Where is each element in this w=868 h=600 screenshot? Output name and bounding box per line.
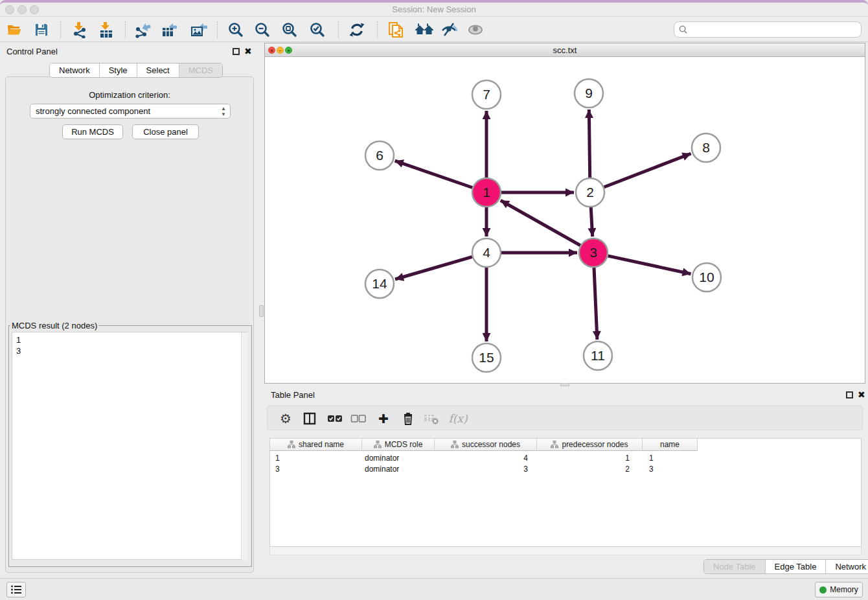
vertical-splitter[interactable] [259, 43, 264, 575]
close-panel-icon[interactable]: ✖ [244, 46, 252, 56]
cell-predecessor-nodes[interactable]: 1 [537, 452, 643, 463]
network-canvas-svg[interactable]: 7968124314101511 [265, 57, 865, 383]
column-header-shared-name[interactable]: shared name [270, 439, 362, 451]
graph-node-4[interactable]: 4 [472, 238, 501, 267]
graph-node-14[interactable]: 14 [365, 270, 394, 298]
graph-edge-3-1[interactable] [501, 200, 580, 245]
cell-mcds-role[interactable]: dominator [362, 463, 435, 474]
automation-panel-button[interactable] [6, 582, 26, 597]
graph-node-7[interactable]: 7 [472, 80, 501, 109]
zoom-fit-button[interactable] [279, 20, 301, 40]
float-table-panel-icon[interactable] [846, 391, 853, 398]
graph-node-2[interactable]: 2 [576, 178, 604, 207]
graph-edge-4-14[interactable] [395, 257, 472, 279]
graph-node-6[interactable]: 6 [365, 141, 394, 170]
cell-successor-nodes[interactable]: 3 [435, 463, 537, 474]
show-all-button[interactable] [464, 20, 486, 40]
graph-edge-2-8[interactable] [604, 154, 691, 187]
cell-name[interactable]: 3 [643, 463, 698, 474]
tab-network[interactable]: Network [50, 63, 100, 77]
column-label: predecessor nodes [562, 440, 628, 449]
graph-node-11[interactable]: 11 [584, 341, 612, 370]
graph-edge-2-9[interactable] [589, 110, 589, 178]
delete-table-icon [424, 412, 439, 425]
zoom-in-button[interactable] [225, 20, 247, 40]
save-session-button[interactable] [30, 20, 52, 40]
cell-predecessor-nodes[interactable]: 2 [537, 463, 643, 474]
memory-button[interactable]: Memory [815, 582, 863, 597]
unselect-all-columns-button[interactable] [348, 409, 369, 428]
first-neighbors-button[interactable] [413, 20, 435, 40]
show-columns-button[interactable] [299, 409, 320, 428]
splitter-grip[interactable] [259, 305, 264, 317]
tab-mcds[interactable]: MCDS [179, 63, 222, 77]
column-type-icon [551, 441, 558, 448]
graph-node-8[interactable]: 8 [692, 133, 720, 162]
new-network-from-selection-button[interactable] [385, 20, 407, 40]
import-table-icon [98, 21, 115, 38]
column-header-mcds-role[interactable]: MCDS role [362, 439, 435, 451]
delete-column-button[interactable] [398, 409, 418, 428]
zoom-selected-button[interactable] [306, 20, 328, 40]
graph-edge-1-6[interactable] [395, 161, 473, 187]
graph-node-3[interactable]: 3 [579, 238, 608, 267]
cytoscape-window: { "window": { "title": "Session: New Ses… [0, 0, 868, 600]
tab-network-table[interactable]: Network Table [826, 560, 868, 573]
graph-node-15[interactable]: 15 [472, 343, 501, 372]
hide-selected-button[interactable] [439, 20, 461, 40]
column-header-predecessor-nodes[interactable]: predecessor nodes [537, 439, 643, 451]
import-network-icon [71, 21, 88, 38]
tab-node-table[interactable]: Node Table [704, 560, 766, 573]
table-settings-button[interactable]: ⚙ [275, 409, 296, 428]
column-header-name[interactable]: name [643, 439, 698, 451]
float-panel-icon[interactable] [233, 48, 240, 55]
graph-node-label: 15 [479, 350, 494, 365]
close-table-panel-icon[interactable]: ✖ [858, 389, 865, 400]
table-horizontal-scrollbar[interactable] [269, 547, 862, 555]
select-all-columns-button[interactable] [325, 409, 345, 428]
table-panel-title: Table Panel [271, 390, 315, 400]
graph-edge-3-10[interactable] [608, 256, 691, 274]
graph-edge-2-3[interactable] [591, 207, 592, 237]
result-scrollbar[interactable] [241, 332, 248, 560]
save-floppy-icon [34, 22, 49, 38]
open-session-button[interactable] [3, 20, 25, 40]
run-mcds-button[interactable]: Run MCDS [62, 124, 123, 139]
export-image-button[interactable] [188, 20, 210, 40]
cell-successor-nodes[interactable]: 4 [435, 452, 537, 463]
cell-mcds-role[interactable]: dominator [362, 452, 435, 463]
close-panel-button[interactable]: Close panel [132, 124, 199, 139]
cell-shared-name[interactable]: 3 [270, 463, 362, 474]
export-network-button[interactable] [131, 20, 154, 40]
cell-name[interactable]: 1 [643, 452, 698, 463]
zoom-out-button[interactable] [251, 20, 273, 40]
table-row[interactable]: 1 dominator 4 1 1 [270, 452, 698, 463]
search-box[interactable] [674, 21, 862, 38]
tab-select[interactable]: Select [137, 63, 179, 77]
graph-node-label: 14 [372, 276, 387, 291]
import-network-button[interactable] [69, 20, 91, 40]
import-table-button[interactable] [95, 20, 117, 40]
column-header-successor-nodes[interactable]: successor nodes [435, 439, 537, 451]
tab-style[interactable]: Style [100, 63, 137, 77]
search-input[interactable] [688, 23, 861, 36]
network-canvas[interactable]: 7968124314101511 [265, 57, 865, 383]
function-builder-button[interactable]: f(x) [448, 409, 468, 428]
tab-edge-table[interactable]: Edge Table [766, 560, 827, 573]
graph-node-label: 8 [702, 140, 710, 155]
criterion-dropdown[interactable]: strongly connected component ▲▼ [30, 104, 231, 119]
column-label: successor nodes [462, 440, 520, 449]
table-row[interactable]: 3 dominator 3 2 3 [270, 463, 698, 474]
mcds-result-text[interactable]: 1 3 [12, 332, 247, 560]
graph-node-1[interactable]: 1 [472, 178, 501, 207]
create-column-button[interactable]: ✚ [373, 409, 394, 428]
column-label: shared name [299, 440, 344, 449]
graph-node-10[interactable]: 10 [692, 263, 721, 292]
graph-node-label: 11 [591, 348, 605, 363]
export-table-button[interactable] [158, 20, 180, 40]
graph-node-9[interactable]: 9 [575, 79, 603, 108]
apply-layout-button[interactable] [346, 20, 368, 40]
cell-shared-name[interactable]: 1 [270, 452, 362, 463]
graph-edge-3-11[interactable] [594, 268, 597, 340]
delete-table-button[interactable] [421, 409, 442, 428]
